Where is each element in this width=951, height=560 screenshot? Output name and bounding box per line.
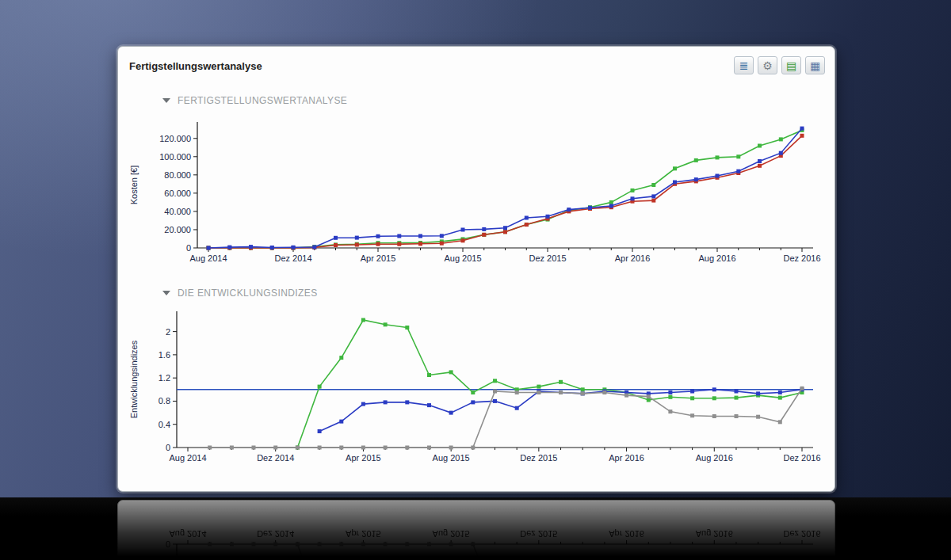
window-toolbar: ≣ ⚙ ▤ ▦ <box>734 56 825 74</box>
chevron-down-icon <box>162 98 170 103</box>
svg-text:0: 0 <box>186 243 191 253</box>
settings-button[interactable]: ⚙ <box>758 56 777 74</box>
svg-text:20.000: 20.000 <box>164 225 191 234</box>
svg-text:Dez 2015: Dez 2015 <box>520 453 557 463</box>
window-header: Fertigstellungswertanalyse ≣ ⚙ ▤ ▦ <box>118 47 835 74</box>
layout-icon: ▦ <box>810 60 820 71</box>
list-button[interactable]: ≣ <box>734 56 754 74</box>
svg-text:1.6: 1.6 <box>158 350 170 360</box>
evm-chart: 020.00040.00060.00080.000100.000120.000A… <box>128 111 825 273</box>
svg-text:40.000: 40.000 <box>164 207 191 216</box>
svg-text:Entwicklungsindizes: Entwicklungsindizes <box>129 340 139 418</box>
window-body: FERTIGSTELLUNGSWERTANALYSE 020.00040.000… <box>118 95 835 479</box>
svg-text:Apr 2015: Apr 2015 <box>361 253 396 263</box>
svg-text:80.000: 80.000 <box>164 170 191 180</box>
layout-button[interactable]: ▦ <box>805 56 825 74</box>
svg-text:0: 0 <box>166 443 170 452</box>
window-title: Fertigstellungswertanalyse <box>129 56 262 72</box>
svg-text:Dez 2016: Dez 2016 <box>783 253 820 263</box>
svg-text:Dez 2014: Dez 2014 <box>274 253 311 263</box>
svg-text:Apr 2016: Apr 2016 <box>609 453 644 463</box>
svg-text:Aug 2015: Aug 2015 <box>433 453 470 463</box>
svg-text:0.4: 0.4 <box>158 420 170 429</box>
svg-text:Kosten [€]: Kosten [€] <box>129 166 139 205</box>
svg-text:Apr 2016: Apr 2016 <box>615 253 651 263</box>
analysis-window: Fertigstellungswertanalyse ≣ ⚙ ▤ ▦ FERTI… <box>117 46 835 492</box>
floor <box>0 497 951 560</box>
svg-text:Aug 2016: Aug 2016 <box>698 253 735 263</box>
svg-text:100.000: 100.000 <box>159 152 191 162</box>
svg-text:Dez 2015: Dez 2015 <box>529 253 566 263</box>
svg-text:0.8: 0.8 <box>158 396 170 406</box>
svg-text:120.000: 120.000 <box>159 134 191 143</box>
evm-section-header[interactable]: FERTIGSTELLUNGSWERTANALYSE <box>162 95 825 106</box>
indices-section-title: DIE ENTWICKLUNGSINDIZES <box>178 288 318 299</box>
svg-text:Aug 2014: Aug 2014 <box>189 253 227 263</box>
svg-text:Dez 2014: Dez 2014 <box>257 453 294 463</box>
export-icon: ▤ <box>786 60 796 71</box>
desktop-background: { "window": { "title": "Fertigstellungsw… <box>0 0 951 560</box>
chevron-down-icon <box>162 291 170 295</box>
svg-text:1.2: 1.2 <box>158 373 170 383</box>
svg-text:Aug 2014: Aug 2014 <box>169 453 206 463</box>
svg-text:60.000: 60.000 <box>164 189 191 198</box>
gear-icon: ⚙ <box>762 60 773 71</box>
evm-section-title: FERTIGSTELLUNGSWERTANALYSE <box>178 95 347 106</box>
indices-chart: 00.40.81.21.62Aug 2014Dez 2014Apr 2015Au… <box>128 305 825 479</box>
svg-text:Aug 2015: Aug 2015 <box>444 253 481 263</box>
export-button[interactable]: ▤ <box>781 56 801 74</box>
indices-section-header[interactable]: DIE ENTWICKLUNGSINDIZES <box>162 288 825 299</box>
list-icon: ≣ <box>739 60 749 71</box>
svg-text:Aug 2016: Aug 2016 <box>696 453 733 463</box>
svg-text:2: 2 <box>166 327 170 337</box>
svg-text:Apr 2015: Apr 2015 <box>346 453 381 463</box>
svg-text:Dez 2016: Dez 2016 <box>783 453 820 463</box>
